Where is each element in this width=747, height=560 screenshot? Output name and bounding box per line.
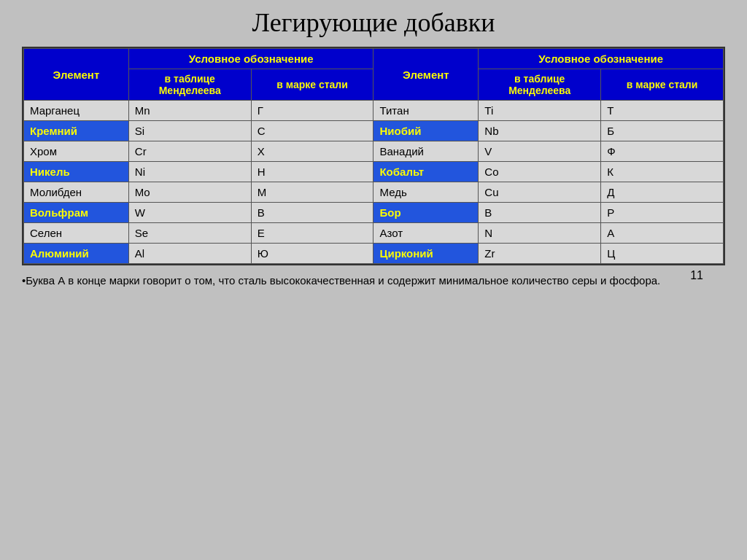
element-name-right-0: Титан bbox=[374, 101, 479, 121]
subheader-table-1: в таблице Менделеева bbox=[128, 69, 251, 101]
element-name-left-1: Кремний bbox=[24, 121, 129, 141]
symbol-steel-right-3: К bbox=[601, 162, 724, 182]
element-name-left-7: Алюминий bbox=[24, 244, 129, 264]
element-name-left-3: Никель bbox=[24, 162, 129, 182]
symbol-steel-left-3: Н bbox=[251, 162, 374, 182]
element-name-right-6: Азот bbox=[374, 223, 479, 244]
symbol-mendeleev-left-1: Si bbox=[128, 121, 251, 141]
symbol-steel-left-6: Е bbox=[251, 223, 374, 244]
page-container: Легирующие добавки Элемент Условное обоз… bbox=[22, 7, 725, 289]
symbol-steel-right-6: А bbox=[601, 223, 724, 244]
symbol-steel-right-5: Р bbox=[601, 203, 724, 223]
element-name-right-2: Ванадий bbox=[374, 141, 479, 162]
symbol-mendeleev-left-7: Al bbox=[128, 244, 251, 264]
symbol-mendeleev-right-3: Co bbox=[479, 162, 601, 182]
header-element-1: Элемент bbox=[24, 49, 129, 101]
subheader-table-2: в таблице Менделеева bbox=[479, 69, 601, 101]
symbol-mendeleev-right-2: V bbox=[479, 141, 601, 162]
element-name-right-1: Ниобий bbox=[374, 121, 479, 141]
symbol-steel-left-0: Г bbox=[251, 101, 374, 121]
symbol-mendeleev-left-2: Cr bbox=[128, 141, 251, 162]
symbol-steel-right-7: Ц bbox=[601, 244, 724, 264]
symbol-steel-right-2: Ф bbox=[601, 141, 724, 162]
symbol-mendeleev-right-4: Cu bbox=[479, 182, 601, 203]
symbol-steel-right-4: Д bbox=[601, 182, 724, 203]
symbol-mendeleev-right-7: Zr bbox=[479, 244, 601, 264]
symbol-mendeleev-right-5: В bbox=[479, 203, 601, 223]
header-element-2: Элемент bbox=[374, 49, 479, 101]
symbol-steel-left-1: С bbox=[251, 121, 374, 141]
alloying-table: Элемент Условное обозначение Элемент Усл… bbox=[23, 48, 724, 264]
symbol-mendeleev-left-6: Se bbox=[128, 223, 251, 244]
header-designation-1: Условное обозначение bbox=[128, 49, 374, 69]
element-name-left-6: Селен bbox=[24, 223, 129, 244]
element-name-right-4: Медь bbox=[374, 182, 479, 203]
element-name-left-4: Молибден bbox=[24, 182, 129, 203]
symbol-steel-left-4: М bbox=[251, 182, 374, 203]
symbol-steel-right-1: Б bbox=[601, 121, 724, 141]
header-designation-2: Условное обозначение bbox=[479, 49, 724, 69]
footer-note: •Буква А в конце марки говорит о том, чт… bbox=[22, 273, 725, 289]
symbol-mendeleev-left-0: Mn bbox=[128, 101, 251, 121]
element-name-left-5: Вольфрам bbox=[24, 203, 129, 223]
subheader-steel-2: в марке стали bbox=[601, 69, 724, 101]
symbol-mendeleev-right-6: N bbox=[479, 223, 601, 244]
symbol-mendeleev-left-4: Mo bbox=[128, 182, 251, 203]
element-name-left-0: Марганец bbox=[24, 101, 129, 121]
page-title: Легирующие добавки bbox=[252, 7, 495, 38]
symbol-steel-left-5: В bbox=[251, 203, 374, 223]
symbol-mendeleev-left-5: W bbox=[128, 203, 251, 223]
symbol-mendeleev-right-0: Ti bbox=[479, 101, 601, 121]
symbol-steel-left-7: Ю bbox=[251, 244, 374, 264]
element-name-right-7: Цирконий bbox=[374, 244, 479, 264]
symbol-steel-right-0: Т bbox=[601, 101, 724, 121]
element-name-right-3: Кобальт bbox=[374, 162, 479, 182]
symbol-mendeleev-right-1: Nb bbox=[479, 121, 601, 141]
symbol-steel-left-2: Х bbox=[251, 141, 374, 162]
main-table-wrapper: Элемент Условное обозначение Элемент Усл… bbox=[22, 47, 725, 265]
element-name-right-5: Бор bbox=[374, 203, 479, 223]
page-number: 11 bbox=[690, 269, 703, 282]
element-name-left-2: Хром bbox=[24, 141, 129, 162]
symbol-mendeleev-left-3: Ni bbox=[128, 162, 251, 182]
subheader-steel-1: в марке стали bbox=[251, 69, 374, 101]
